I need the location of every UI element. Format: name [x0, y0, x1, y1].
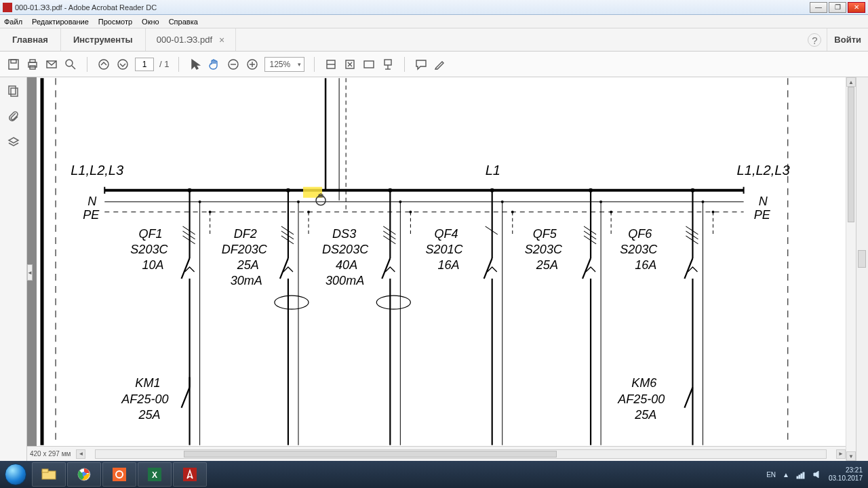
svg-text:KM1: KM1 — [135, 376, 160, 390]
search-icon[interactable] — [64, 58, 77, 71]
horizontal-scrollbar[interactable]: 420 x 297 мм ◄ ► — [27, 446, 846, 461]
right-collapse-handle[interactable] — [858, 250, 866, 268]
svg-point-9 — [118, 60, 127, 69]
tab-close-icon[interactable]: × — [219, 35, 224, 45]
svg-text:QF1: QF1 — [138, 227, 162, 241]
zoom-select[interactable]: 125% — [264, 57, 304, 72]
svg-rect-142 — [113, 468, 126, 481]
signin-button[interactable]: Войти — [827, 28, 868, 51]
tab-home[interactable]: Главная — [0, 28, 61, 51]
menu-file[interactable]: Файл — [4, 18, 22, 26]
tray-clock[interactable]: 23:21 03.10.2017 — [829, 466, 863, 483]
svg-rect-1 — [11, 60, 16, 63]
fullscreen-icon[interactable] — [362, 58, 376, 71]
tray-lang[interactable]: EN — [766, 471, 776, 479]
comment-icon[interactable] — [414, 58, 428, 71]
svg-text:PE: PE — [83, 208, 100, 222]
taskbar-app-orange[interactable] — [102, 462, 136, 487]
svg-text:DF203C: DF203C — [222, 243, 268, 256]
svg-text:16A: 16A — [437, 258, 459, 272]
svg-text:25A: 25A — [536, 258, 558, 272]
save-icon[interactable] — [7, 58, 20, 71]
tab-document[interactable]: 000-01.Э3.pdf × — [146, 28, 237, 51]
help-icon[interactable]: ? — [808, 33, 821, 47]
left-collapse-handle[interactable]: ◄ — [27, 264, 33, 281]
fit-width-icon[interactable] — [324, 58, 338, 71]
tray-network-icon[interactable] — [796, 470, 806, 479]
document-viewport[interactable]: L1,L2,L3 N PE L1,L2,L3 N PE L1 — [27, 77, 846, 461]
layers-icon[interactable] — [7, 136, 20, 149]
svg-text:DF2: DF2 — [234, 227, 257, 241]
svg-text:S203C: S203C — [620, 243, 658, 256]
svg-text:DS3: DS3 — [332, 227, 356, 241]
fit-page-icon[interactable] — [343, 58, 357, 71]
highlight-icon[interactable] — [433, 58, 447, 71]
page-up-icon[interactable] — [97, 58, 111, 71]
svg-text:QF5: QF5 — [533, 227, 557, 241]
svg-point-73 — [275, 296, 309, 309]
mail-icon[interactable] — [45, 58, 58, 71]
menu-bar: Файл Редактирование Просмотр Окно Справк… — [0, 15, 868, 28]
select-arrow-icon[interactable] — [189, 58, 202, 71]
print-icon[interactable] — [26, 58, 39, 71]
left-panel — [0, 77, 27, 461]
tray-flag-icon[interactable]: ▲ — [783, 471, 789, 479]
svg-text:AF25-00: AF25-00 — [617, 392, 665, 406]
svg-text:16A: 16A — [635, 258, 656, 272]
svg-rect-18 — [384, 60, 391, 65]
right-panel[interactable] — [856, 77, 868, 461]
hand-tool-icon[interactable] — [208, 58, 221, 71]
minimize-button[interactable]: — — [810, 2, 827, 13]
svg-line-134 — [684, 387, 692, 407]
tab-tools[interactable]: Инструменты — [61, 28, 146, 51]
taskbar-acrobat[interactable] — [173, 462, 207, 487]
maximize-button[interactable]: ❐ — [829, 2, 846, 13]
zoom-out-icon[interactable] — [226, 58, 240, 71]
vertical-scrollbar[interactable]: ▲ ▼ — [846, 77, 856, 461]
svg-text:X: X — [152, 470, 157, 480]
taskbar-explorer[interactable] — [32, 462, 66, 487]
svg-point-8 — [99, 60, 108, 69]
svg-rect-148 — [799, 475, 800, 479]
taskbar-excel[interactable]: X — [138, 462, 172, 487]
pdf-icon — [3, 3, 12, 12]
svg-text:10A: 10A — [142, 258, 163, 272]
svg-text:S201C: S201C — [425, 243, 463, 256]
pdf-page: L1,L2,L3 N PE L1,L2,L3 N PE L1 — [37, 77, 846, 446]
window-titlebar: 000-01.Э3.pdf - Adobe Acrobat Reader DC … — [0, 0, 868, 15]
menu-edit[interactable]: Редактирование — [32, 18, 89, 26]
svg-text:S203C: S203C — [525, 243, 563, 256]
svg-rect-139 — [42, 469, 48, 472]
menu-view[interactable]: Просмотр — [98, 18, 132, 26]
svg-line-7 — [72, 66, 75, 69]
svg-rect-3 — [30, 60, 35, 62]
svg-rect-22 — [11, 88, 18, 96]
svg-rect-150 — [803, 472, 804, 479]
svg-point-89 — [376, 296, 410, 309]
page-number-input[interactable] — [135, 58, 154, 71]
toolbar: / 1 125% — [0, 52, 868, 77]
start-button[interactable] — [0, 461, 31, 488]
svg-text:30mA: 30mA — [231, 274, 262, 287]
tab-bar: Главная Инструменты 000-01.Э3.pdf × ? Во… — [0, 28, 868, 52]
attachments-icon[interactable] — [7, 110, 20, 123]
svg-text:40A: 40A — [336, 258, 357, 272]
menu-help[interactable]: Справка — [169, 18, 198, 26]
svg-text:25A: 25A — [634, 408, 656, 422]
page-down-icon[interactable] — [116, 58, 130, 71]
svg-text:S203C: S203C — [130, 243, 168, 256]
svg-text:QF6: QF6 — [628, 227, 652, 241]
close-button[interactable]: ✕ — [848, 2, 865, 13]
tray-date: 03.10.2017 — [829, 474, 863, 483]
svg-text:DS203C: DS203C — [322, 243, 369, 256]
menu-window[interactable]: Окно — [142, 18, 159, 26]
svg-text:25A: 25A — [237, 258, 259, 272]
page-dimensions: 420 x 297 мм — [30, 450, 71, 458]
tray-sound-icon[interactable] — [812, 470, 822, 479]
thumbnails-icon[interactable] — [7, 84, 20, 98]
read-mode-icon[interactable] — [381, 58, 395, 71]
svg-text:QF4: QF4 — [434, 227, 458, 241]
zoom-in-icon[interactable] — [245, 58, 259, 71]
system-tray[interactable]: EN ▲ 23:21 03.10.2017 — [766, 466, 868, 483]
taskbar-chrome[interactable] — [67, 462, 101, 487]
